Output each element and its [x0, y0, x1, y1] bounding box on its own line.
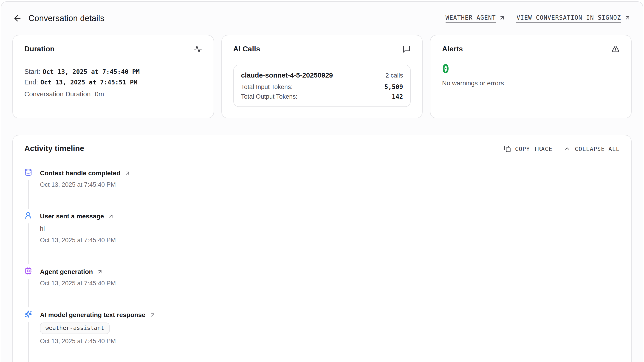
model-name: claude-sonnet-4-5-20250929 [241, 71, 333, 79]
timeline-item-timestamp: Oct 13, 2025 at 7:45:40 PM [40, 181, 620, 189]
model-call-count: 2 calls [386, 72, 403, 79]
arrow-up-right-icon [150, 312, 156, 318]
copy-icon [504, 145, 511, 152]
end-time-value: Oct 13, 2025 at 7:45:51 PM [40, 78, 138, 86]
arrow-up-right-icon [108, 213, 114, 219]
alert-triangle-icon [612, 45, 620, 53]
timeline-items: Context handle completed Oct 13, 2025 at… [24, 168, 620, 362]
user-icon [24, 211, 32, 219]
page-title: Conversation details [28, 13, 104, 23]
timeline-item: User sent a message hi Oct 13, 2025 at 7… [24, 211, 620, 267]
message-square-icon [402, 45, 411, 53]
alerts-card-title: Alerts [442, 45, 463, 53]
timeline-item-timestamp: Oct 13, 2025 at 7:45:40 PM [40, 337, 620, 346]
input-tokens-value: 5,509 [384, 83, 403, 90]
conversation-details-page: Conversation details WEATHER AGENT VIEW … [0, 0, 644, 362]
arrow-up-right-icon [97, 269, 103, 275]
sparkles-icon [24, 310, 32, 318]
header-left: Conversation details [12, 13, 104, 23]
timeline-connector [28, 279, 29, 307]
duration-card-title: Duration [24, 45, 55, 53]
activity-timeline-card: Activity timeline COPY TRACE COLLAPSE AL… [12, 135, 632, 362]
arrow-left-icon [13, 14, 22, 23]
start-time-row: Start:Oct 13, 2025 at 7:45:40 PM [24, 66, 202, 77]
timeline-item-message: hi [40, 225, 620, 233]
output-tokens-value: 142 [392, 93, 403, 100]
chevron-up-icon [564, 146, 571, 152]
alerts-card: Alerts 0 No warnings or errors [430, 35, 632, 118]
activity-timeline-title: Activity timeline [24, 144, 84, 153]
arrow-up-right-icon [624, 14, 631, 21]
timeline-connector [28, 223, 29, 264]
timeline-connector [28, 180, 29, 209]
timeline-item-link[interactable]: User sent a message [40, 211, 114, 221]
timeline-item: Context handle completed Oct 13, 2025 at… [24, 168, 620, 211]
back-button[interactable] [12, 13, 22, 23]
arrow-up-right-icon [499, 14, 506, 21]
collapse-all-button[interactable]: COLLAPSE ALL [564, 145, 620, 152]
page-frame: Conversation details WEATHER AGENT VIEW … [1, 1, 643, 362]
conversation-duration-value: 0m [95, 90, 104, 98]
timeline-item: Agent generation Oct 13, 2025 at 7:45:40… [24, 267, 620, 310]
cpu-icon [24, 267, 32, 275]
input-tokens-row: Total Input Tokens: 5,509 [241, 83, 403, 90]
conversation-duration-row: Conversation Duration:0m [24, 89, 202, 100]
timeline-item-link[interactable]: Agent generation [40, 267, 103, 276]
end-time-row: End:Oct 13, 2025 at 7:45:51 PM [24, 77, 202, 88]
ai-calls-card-title: AI Calls [233, 45, 260, 53]
output-tokens-row: Total Output Tokens: 142 [241, 93, 403, 100]
header-links: WEATHER AGENT VIEW CONVERSATION IN SIGNO… [446, 14, 631, 23]
duration-card: Duration Start:Oct 13, 2025 at 7:45:40 P… [12, 35, 214, 118]
page-header: Conversation details WEATHER AGENT VIEW … [12, 13, 631, 23]
start-time-value: Oct 13, 2025 at 7:45:40 PM [42, 68, 140, 75]
timeline-item-link[interactable]: AI model generating text response [40, 310, 156, 319]
copy-trace-button[interactable]: COPY TRACE [504, 145, 552, 152]
weather-agent-link[interactable]: WEATHER AGENT [446, 14, 506, 23]
view-conversation-in-signoz-link[interactable]: VIEW CONVERSATION IN SIGNOZ [516, 14, 631, 23]
activity-icon [194, 45, 202, 53]
timeline-item-link[interactable]: Context handle completed [40, 168, 130, 178]
timeline-item-timestamp: Oct 13, 2025 at 7:45:40 PM [40, 236, 620, 245]
database-icon [24, 168, 32, 176]
alert-message: No warnings or errors [442, 79, 620, 87]
timeline-item-timestamp: Oct 13, 2025 at 7:45:40 PM [40, 279, 620, 288]
stat-cards-row: Duration Start:Oct 13, 2025 at 7:45:40 P… [12, 35, 632, 118]
timeline-item: AI model generating text response weathe… [24, 310, 620, 362]
agent-badge: weather-assistant [40, 323, 110, 334]
timeline-connector [28, 322, 29, 362]
model-usage-box: claude-sonnet-4-5-20250929 2 calls Total… [233, 65, 411, 107]
arrow-up-right-icon [124, 170, 130, 176]
alert-count: 0 [442, 62, 620, 75]
ai-calls-card: AI Calls claude-sonnet-4-5-20250929 2 ca… [221, 35, 422, 118]
